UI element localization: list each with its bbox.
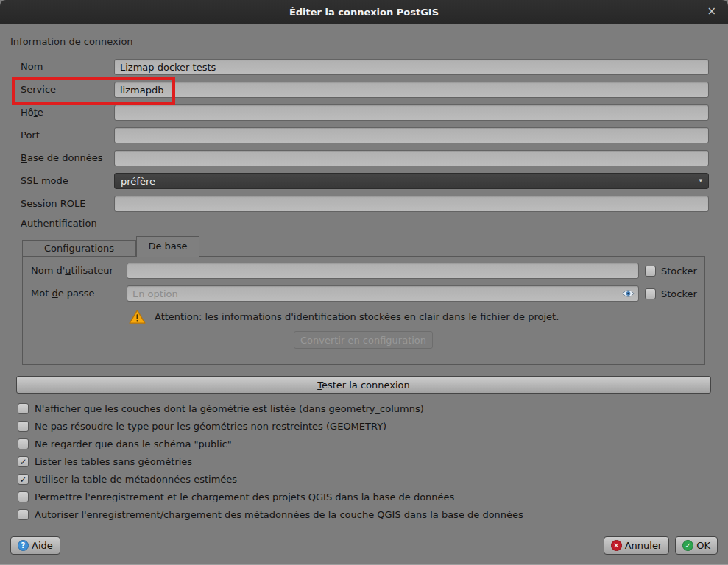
- port-label: Port: [21, 127, 40, 143]
- convert-to-configuration-button[interactable]: Convertir en configuration: [294, 331, 433, 349]
- section-authentication: Authentification: [21, 218, 97, 229]
- cancel-icon: ✕: [611, 540, 622, 551]
- nom-label: Nom: [21, 59, 43, 75]
- stocker-password-checkbox[interactable]: [645, 288, 656, 299]
- option-row[interactable]: N'afficher que les couches dont la géomé…: [18, 399, 710, 417]
- port-input[interactable]: [114, 127, 709, 143]
- hote-input[interactable]: [114, 104, 709, 121]
- password-input[interactable]: [127, 285, 639, 302]
- credentials-warning: Attention: les informations d'identifica…: [129, 309, 559, 324]
- checkbox-checked[interactable]: ✓: [18, 474, 29, 485]
- cancel-button-label: Annuler: [625, 540, 662, 551]
- service-input[interactable]: [114, 82, 709, 98]
- section-connection-info: Information de connexion: [10, 36, 133, 47]
- hote-label: Hôte: [21, 104, 43, 121]
- nom-input[interactable]: [114, 59, 709, 75]
- ssl-mode-value: préfère: [121, 176, 155, 187]
- option-row[interactable]: Ne regarder que dans le schéma "public": [18, 435, 710, 452]
- row-nom: Nom: [0, 59, 728, 75]
- checkbox-unchecked[interactable]: [18, 509, 29, 520]
- username-label: Nom d'utilisateur: [31, 263, 113, 279]
- stocker-username-checkbox[interactable]: [645, 266, 656, 277]
- option-row[interactable]: ✓Lister les tables sans géométries: [18, 452, 710, 470]
- row-service: Service: [0, 82, 728, 98]
- options-list: N'afficher que les couches dont la géomé…: [18, 399, 710, 523]
- chevron-down-icon: ▾: [699, 177, 702, 184]
- checkbox-unchecked[interactable]: [18, 438, 29, 449]
- help-button[interactable]: ? Aide: [10, 536, 60, 555]
- row-hote: Hôte: [0, 104, 728, 121]
- row-database: Base de données: [0, 150, 728, 166]
- tab-configurations[interactable]: Configurations: [22, 240, 136, 256]
- postgis-connection-dialog: Éditer la connexion PostGIS × Informatio…: [0, 0, 728, 565]
- ssl-mode-select[interactable]: préfère ▾: [114, 173, 709, 189]
- username-input[interactable]: [127, 263, 639, 279]
- session-role-label: Session ROLE: [21, 196, 85, 212]
- option-label: Ne regarder que dans le schéma "public": [35, 438, 232, 449]
- warning-text: Attention: les informations d'identifica…: [155, 311, 559, 322]
- option-row[interactable]: Autoriser l'enregistrement/chargement de…: [18, 505, 710, 523]
- checkbox-unchecked[interactable]: [18, 421, 29, 432]
- ok-icon: ✓: [682, 540, 693, 551]
- window-title: Éditer la connexion PostGIS: [289, 7, 439, 18]
- option-row[interactable]: Permettre l'enregistrement et le chargem…: [18, 488, 710, 505]
- stocker-password-label: Stocker: [661, 288, 697, 299]
- option-label: Utiliser la table de métadonnées estimée…: [35, 474, 237, 485]
- row-username: Nom d'utilisateur Stocker: [0, 263, 728, 279]
- option-label: Autoriser l'enregistrement/chargement de…: [35, 509, 523, 520]
- option-label: Lister les tables sans géométries: [35, 456, 192, 467]
- option-row[interactable]: Ne pas résoudre le type pour les géométr…: [18, 417, 710, 435]
- row-ssl-mode: SSL mode préfère ▾: [0, 173, 728, 189]
- checkbox-unchecked[interactable]: [18, 403, 29, 414]
- option-label: Ne pas résoudre le type pour les géométr…: [35, 421, 386, 432]
- test-connection-button[interactable]: Tester la connexion: [16, 376, 711, 394]
- help-button-label: Aide: [32, 540, 53, 551]
- row-password: Mot de passe Stocker: [0, 285, 728, 302]
- help-icon: ?: [18, 540, 29, 551]
- checkbox-unchecked[interactable]: [18, 491, 29, 502]
- eye-icon[interactable]: [622, 289, 635, 298]
- option-row[interactable]: ✓Utiliser la table de métadonnées estimé…: [18, 470, 710, 488]
- tab-de-base[interactable]: De base: [136, 236, 199, 257]
- service-label: Service: [21, 82, 56, 98]
- stocker-username-label: Stocker: [661, 266, 697, 277]
- password-label: Mot de passe: [31, 285, 95, 302]
- row-port: Port: [0, 127, 728, 143]
- checkbox-checked[interactable]: ✓: [18, 456, 29, 467]
- ok-button-label: OK: [696, 540, 710, 551]
- ok-button[interactable]: ✓ OK: [675, 536, 718, 555]
- cancel-button[interactable]: ✕ Annuler: [604, 536, 670, 555]
- row-session-role: Session ROLE: [0, 196, 728, 212]
- ssl-mode-label: SSL mode: [21, 173, 68, 189]
- option-label: N'afficher que les couches dont la géomé…: [35, 403, 424, 414]
- option-label: Permettre l'enregistrement et le chargem…: [35, 491, 454, 502]
- database-label: Base de données: [21, 150, 103, 166]
- session-role-input[interactable]: [114, 196, 709, 212]
- database-input[interactable]: [114, 150, 709, 166]
- warning-icon: [129, 309, 146, 324]
- close-icon[interactable]: ×: [707, 6, 716, 17]
- title-bar[interactable]: Éditer la connexion PostGIS ×: [0, 0, 728, 24]
